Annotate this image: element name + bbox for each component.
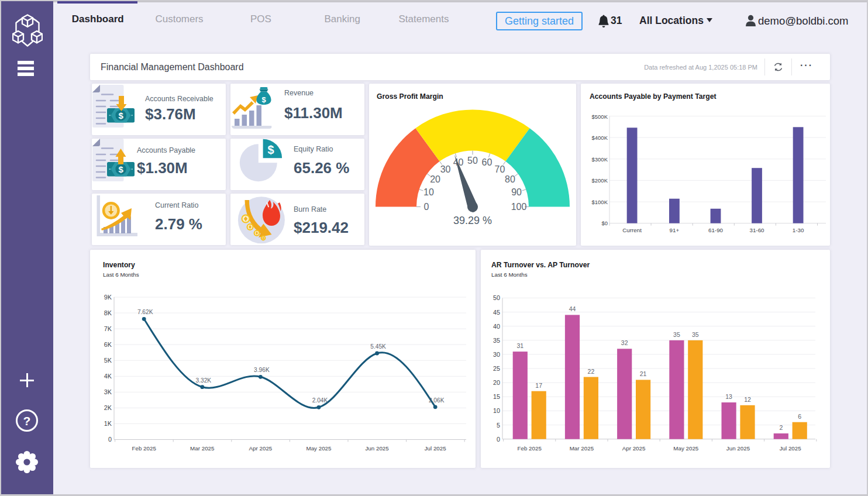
svg-text:5: 5	[497, 422, 500, 429]
svg-text:32: 32	[621, 339, 628, 346]
svg-text:5K: 5K	[104, 357, 112, 364]
svg-text:Apr 2025: Apr 2025	[249, 445, 273, 452]
svg-text:9K: 9K	[104, 294, 112, 301]
svg-text:90: 90	[511, 187, 522, 197]
svg-text:4K: 4K	[104, 373, 112, 380]
svg-text:0: 0	[497, 436, 500, 443]
svg-text:35: 35	[673, 331, 680, 338]
svg-text:20: 20	[430, 174, 440, 184]
svg-text:May 2025: May 2025	[306, 445, 332, 452]
svg-text:Jun 2025: Jun 2025	[365, 445, 389, 452]
svg-text:15: 15	[493, 393, 500, 400]
svg-text:Mar 2025: Mar 2025	[570, 445, 594, 452]
svg-text:$100K: $100K	[592, 199, 608, 205]
svg-text:6: 6	[798, 413, 801, 420]
svg-text:Feb 2025: Feb 2025	[517, 445, 542, 452]
svg-text:$: $	[261, 95, 266, 104]
svg-text:$: $	[119, 111, 124, 120]
svg-text:Feb 2025: Feb 2025	[132, 445, 156, 452]
svg-text:0: 0	[424, 202, 429, 212]
svg-text:39.29 %: 39.29 %	[453, 215, 492, 226]
svg-text:91+: 91+	[670, 227, 680, 233]
svg-text:44: 44	[569, 305, 576, 312]
svg-text:10: 10	[493, 407, 500, 414]
svg-text:40: 40	[493, 323, 500, 330]
svg-text:45: 45	[493, 309, 500, 316]
svg-text:2: 2	[779, 424, 783, 431]
svg-text:6K: 6K	[104, 341, 112, 348]
svg-text:Mar 2025: Mar 2025	[190, 445, 215, 452]
svg-text:8K: 8K	[104, 309, 112, 316]
svg-text:61-90: 61-90	[708, 227, 724, 233]
svg-text:$0: $0	[601, 220, 608, 226]
svg-text:0: 0	[108, 436, 112, 443]
svg-text:100: 100	[511, 202, 527, 212]
svg-text:3K: 3K	[104, 388, 112, 395]
svg-text:Current: Current	[622, 227, 642, 233]
svg-text:$300K: $300K	[592, 156, 608, 163]
svg-text:22: 22	[588, 368, 595, 375]
svg-text:$500K: $500K	[592, 113, 608, 120]
svg-text:20: 20	[493, 379, 500, 386]
svg-text:7.62K: 7.62K	[137, 309, 153, 315]
svg-text:3.32K: 3.32K	[195, 377, 211, 384]
svg-text:2.06K: 2.06K	[429, 397, 445, 404]
svg-text:60: 60	[482, 157, 492, 167]
svg-text:12: 12	[744, 396, 751, 403]
svg-text:5.45K: 5.45K	[370, 343, 386, 350]
svg-text:13: 13	[725, 393, 732, 400]
svg-text:Jul 2025: Jul 2025	[425, 445, 447, 452]
svg-text:50: 50	[493, 294, 500, 301]
svg-text:31: 31	[516, 342, 523, 349]
svg-text:50: 50	[467, 156, 478, 166]
svg-text:$: $	[119, 164, 124, 174]
svg-text:21: 21	[640, 370, 647, 377]
svg-text:10: 10	[423, 187, 434, 197]
svg-text:2.04K: 2.04K	[312, 397, 328, 404]
svg-text:1K: 1K	[104, 420, 112, 427]
svg-text:30: 30	[440, 164, 451, 174]
svg-text:31-60: 31-60	[749, 227, 764, 233]
svg-text:$400K: $400K	[592, 135, 608, 141]
svg-text:17: 17	[535, 382, 542, 389]
svg-text:3.96K: 3.96K	[254, 367, 270, 373]
svg-text:2K: 2K	[104, 404, 112, 411]
svg-text:25: 25	[493, 365, 500, 372]
svg-text:7K: 7K	[104, 325, 112, 332]
svg-text:May 2025: May 2025	[673, 445, 699, 452]
svg-text:$: $	[267, 143, 274, 156]
svg-text:Jun 2025: Jun 2025	[726, 445, 750, 452]
svg-text:35: 35	[493, 337, 500, 344]
svg-text:30: 30	[493, 351, 500, 358]
svg-text:70: 70	[495, 164, 505, 174]
svg-text:$200K: $200K	[592, 177, 608, 184]
svg-text:Apr 2025: Apr 2025	[622, 445, 646, 452]
svg-text:35: 35	[692, 331, 699, 338]
svg-text:80: 80	[505, 174, 515, 184]
svg-text:1-30: 1-30	[793, 227, 804, 233]
svg-text:Jul 2025: Jul 2025	[780, 445, 802, 452]
